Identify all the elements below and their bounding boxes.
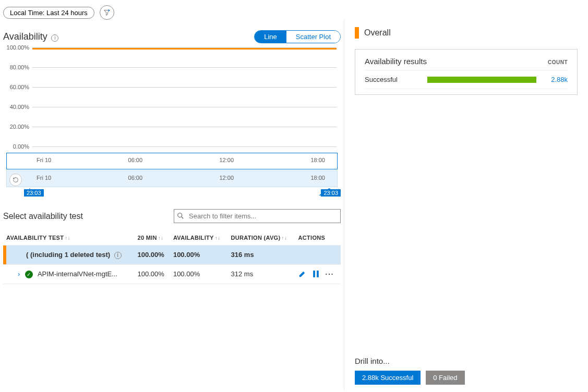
- availability-results-card: Availability results COUNT Successful 2.…: [355, 49, 578, 95]
- count-header: COUNT: [548, 59, 568, 65]
- svg-point-0: [178, 213, 182, 217]
- xtick: 12:00: [220, 157, 234, 163]
- cell-20min: 100.00%: [134, 264, 170, 284]
- result-row-successful[interactable]: Successful 2.88k: [365, 70, 568, 89]
- chart-series-line: [32, 48, 337, 50]
- card-title: Availability results: [365, 57, 427, 66]
- drill-successful-button[interactable]: 2.88k Successful: [355, 371, 421, 385]
- time-brush[interactable]: Fri 10 06:00 12:00 18:00 Fri 10 06:00 12…: [3, 153, 341, 194]
- toggle-scatter[interactable]: Scatter Plot: [286, 31, 340, 43]
- search-icon: [177, 212, 184, 219]
- ytick: 0.00%: [3, 143, 29, 150]
- summary-duration: 316 ms: [228, 246, 295, 265]
- chart-mode-toggle[interactable]: Line Scatter Plot: [254, 30, 341, 43]
- ytick: 60.00%: [3, 84, 29, 90]
- ytick: 80.00%: [3, 64, 29, 70]
- col-availability[interactable]: AVAILABILITY↑↓: [170, 230, 228, 246]
- col-test[interactable]: AVAILABILITY TEST↑↓: [3, 230, 134, 246]
- overall-title: Overall: [364, 28, 391, 38]
- col-actions: ACTIONS: [295, 230, 341, 246]
- chevron-right-icon[interactable]: ›: [18, 270, 20, 278]
- tests-summary-row[interactable]: ( (including 1 deleted test) i 100.00% 1…: [3, 246, 341, 265]
- undo-icon: [12, 176, 19, 183]
- result-count: 2.88k: [536, 76, 568, 83]
- col-duration[interactable]: DURATION (AVG)↑↓: [228, 230, 295, 246]
- ytick: 100.00%: [3, 44, 29, 51]
- result-bar: [427, 77, 536, 83]
- result-label: Successful: [365, 76, 427, 83]
- xtick: 12:00: [220, 175, 234, 181]
- table-row[interactable]: › ✓ APIM-internalVNet-mgtE... 100.00% 10…: [3, 264, 341, 284]
- summary-accent-bar: [3, 246, 6, 264]
- more-icon[interactable]: ···: [326, 270, 334, 278]
- summary-label: (including 1 deleted test): [30, 251, 110, 259]
- time-range-pill[interactable]: Local Time: Last 24 hours: [3, 7, 94, 19]
- xtick: Fri 10: [37, 175, 51, 181]
- toggle-line[interactable]: Line: [255, 31, 286, 43]
- xtick: 18:00: [310, 175, 325, 181]
- cell-availability: 100.00%: [170, 264, 228, 284]
- cell-duration: 312 ms: [228, 264, 295, 284]
- availability-title: Availability: [3, 31, 47, 42]
- ytick: 20.00%: [3, 124, 29, 130]
- overall-accent-bar: [355, 27, 359, 39]
- svg-rect-1: [313, 271, 315, 277]
- xtick: 06:00: [128, 175, 143, 181]
- drill-failed-button[interactable]: 0 Failed: [426, 371, 464, 385]
- info-icon[interactable]: i: [114, 252, 122, 259]
- filter-plus-icon: [103, 8, 111, 17]
- xtick: 06:00: [128, 157, 143, 163]
- tests-section-title: Select availability test: [3, 212, 83, 221]
- brush-reset-button[interactable]: [9, 174, 22, 186]
- col-20min[interactable]: 20 MIN↑↓: [134, 230, 170, 246]
- add-filter-button[interactable]: [100, 5, 114, 20]
- edit-icon[interactable]: [298, 270, 306, 278]
- summary-20min: 100.00%: [134, 246, 170, 265]
- drill-title: Drill into...: [355, 357, 578, 365]
- brush-end-badge: 23:03: [321, 189, 341, 197]
- pause-icon[interactable]: [313, 270, 319, 278]
- search-input[interactable]: [174, 209, 341, 223]
- ytick: 40.00%: [3, 104, 29, 110]
- brush-start-badge: 23:03: [24, 189, 44, 197]
- availability-chart[interactable]: 100.00% 80.00% 60.00% 40.00% 20.00% 0.00…: [3, 47, 341, 152]
- summary-availability: 100.00%: [170, 246, 228, 265]
- tests-table: AVAILABILITY TEST↑↓ 20 MIN↑↓ AVAILABILIT…: [3, 230, 341, 284]
- test-name: APIM-internalVNet-mgtE...: [38, 270, 117, 278]
- xtick: Fri 10: [37, 157, 51, 163]
- xtick: 18:00: [310, 157, 325, 163]
- status-ok-icon: ✓: [25, 271, 33, 278]
- info-icon[interactable]: i: [51, 34, 58, 42]
- svg-rect-2: [317, 271, 319, 277]
